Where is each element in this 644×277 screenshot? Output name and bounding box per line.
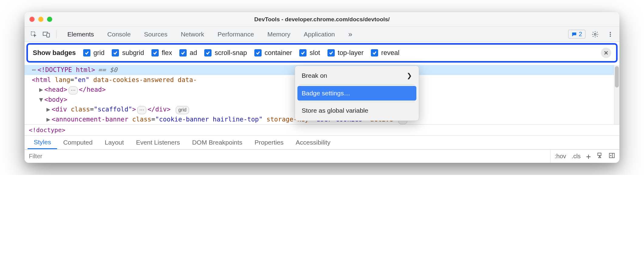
toolbar-right: 2: [568, 29, 616, 40]
selection-dots-icon: ⋯: [32, 66, 36, 74]
breadcrumb[interactable]: <!doctype>: [25, 124, 619, 135]
traffic-lights: [29, 17, 52, 22]
paint-brush-icon[interactable]: [596, 152, 603, 160]
tab-application[interactable]: Application: [297, 27, 342, 42]
styles-filter-controls: :hov .cls +: [550, 150, 619, 163]
context-menu: Break on ❯ Badge settings… Store as glob…: [295, 66, 419, 121]
badge-checkbox-grid[interactable]: grid: [83, 49, 105, 57]
expand-arrow-icon[interactable]: ▶: [39, 85, 43, 95]
styles-filter-row: :hov .cls +: [25, 149, 619, 163]
tabs-overflow-button[interactable]: »: [341, 27, 359, 42]
ellipsis-badge[interactable]: ⋯: [69, 86, 78, 94]
checkbox-checked-icon: [327, 49, 335, 56]
computed-sidebar-toggle-icon[interactable]: [608, 152, 615, 160]
issues-count: 2: [579, 31, 582, 38]
badge-checkbox-reveal[interactable]: reveal: [371, 49, 399, 57]
minimize-window-button[interactable]: [38, 17, 43, 22]
checkbox-checked-icon: [299, 49, 307, 56]
maximize-window-button[interactable]: [47, 17, 52, 22]
styles-tab-styles[interactable]: Styles: [28, 136, 57, 149]
styles-tab-event-listeners[interactable]: Event Listeners: [130, 136, 186, 149]
ellipsis-badge[interactable]: ⋯: [137, 106, 146, 114]
close-icon: [603, 50, 609, 56]
checkbox-checked-icon: [112, 49, 119, 56]
titlebar: DevTools - developer.chrome.com/docs/dev…: [25, 12, 619, 27]
close-badges-bar-button[interactable]: [601, 48, 611, 58]
devtools-window: DevTools - developer.chrome.com/docs/dev…: [25, 12, 619, 163]
panel-tabs: Elements Console Sources Network Perform…: [61, 27, 566, 42]
svg-rect-9: [598, 153, 601, 156]
chevron-right-icon: ❯: [407, 71, 412, 81]
svg-point-4: [610, 32, 611, 33]
badge-checkbox-container[interactable]: container: [254, 49, 292, 57]
badge-checkbox-ad[interactable]: ad: [179, 49, 197, 57]
tab-memory[interactable]: Memory: [261, 27, 297, 42]
badge-checkbox-subgrid[interactable]: subgrid: [112, 49, 144, 57]
badge-checkbox-slot[interactable]: slot: [299, 49, 320, 57]
styles-tab-dom-breakpoints[interactable]: DOM Breakpoints: [186, 136, 249, 149]
context-item-store-global[interactable]: Store as global variable: [297, 103, 416, 118]
cls-toggle-button[interactable]: .cls: [571, 153, 581, 160]
show-badges-bar: Show badges grid subgrid flex ad scroll-…: [26, 43, 618, 63]
checkbox-checked-icon: [151, 49, 159, 56]
svg-rect-2: [47, 33, 49, 37]
context-item-break-on[interactable]: Break on ❯: [297, 68, 416, 83]
tab-console[interactable]: Console: [101, 27, 137, 42]
hov-toggle-button[interactable]: :hov: [555, 153, 566, 160]
close-window-button[interactable]: [29, 17, 35, 22]
checkbox-checked-icon: [204, 49, 212, 56]
checkbox-checked-icon: [83, 49, 90, 56]
collapse-arrow-icon[interactable]: ▼: [39, 95, 43, 105]
expand-arrow-icon[interactable]: ▶: [46, 115, 51, 125]
svg-point-3: [594, 33, 596, 35]
issues-badge[interactable]: 2: [568, 30, 585, 39]
dom-scrollbar[interactable]: [614, 65, 619, 124]
badge-checkbox-top-layer[interactable]: top-layer: [327, 49, 364, 57]
checkbox-checked-icon: [179, 49, 187, 56]
checkbox-checked-icon: [371, 49, 378, 56]
expand-arrow-icon[interactable]: ▶: [46, 104, 51, 115]
svg-point-6: [610, 36, 611, 37]
styles-tab-properties[interactable]: Properties: [249, 136, 290, 149]
main-toolbar: Elements Console Sources Network Perform…: [25, 27, 619, 42]
tab-sources[interactable]: Sources: [137, 27, 174, 42]
styles-tab-computed[interactable]: Computed: [57, 136, 99, 149]
device-toggle-icon[interactable]: [41, 29, 52, 40]
toolbar-separator: [56, 30, 56, 39]
checkbox-checked-icon: [254, 49, 262, 56]
show-badges-label: Show badges: [33, 49, 76, 57]
settings-gear-icon[interactable]: [590, 29, 601, 40]
more-menu-icon[interactable]: [605, 29, 616, 40]
scrollbar-thumb[interactable]: [615, 66, 619, 87]
window-title: DevTools - developer.chrome.com/docs/dev…: [25, 16, 619, 23]
inspect-element-icon[interactable]: [28, 29, 39, 40]
svg-point-5: [610, 34, 611, 35]
tab-performance[interactable]: Performance: [211, 27, 261, 42]
badge-checkbox-scroll-snap[interactable]: scroll-snap: [204, 49, 247, 57]
new-style-rule-icon[interactable]: +: [586, 152, 591, 161]
dom-tree[interactable]: ⋯<!DOCTYPE html>== $0 <html lang="en" da…: [25, 65, 619, 124]
context-item-badge-settings[interactable]: Badge settings…: [297, 86, 416, 101]
styles-filter-input[interactable]: [25, 150, 550, 163]
styles-tab-accessibility[interactable]: Accessibility: [290, 136, 336, 149]
message-icon: [571, 32, 577, 37]
tab-network[interactable]: Network: [174, 27, 211, 42]
grid-badge[interactable]: grid: [176, 106, 189, 114]
badge-checkbox-flex[interactable]: flex: [151, 49, 172, 57]
styles-panel-tabs: Styles Computed Layout Event Listeners D…: [25, 135, 619, 149]
context-separator: [299, 84, 415, 85]
context-separator: [299, 102, 415, 102]
tab-elements[interactable]: Elements: [61, 27, 101, 42]
styles-tab-layout[interactable]: Layout: [99, 136, 130, 149]
